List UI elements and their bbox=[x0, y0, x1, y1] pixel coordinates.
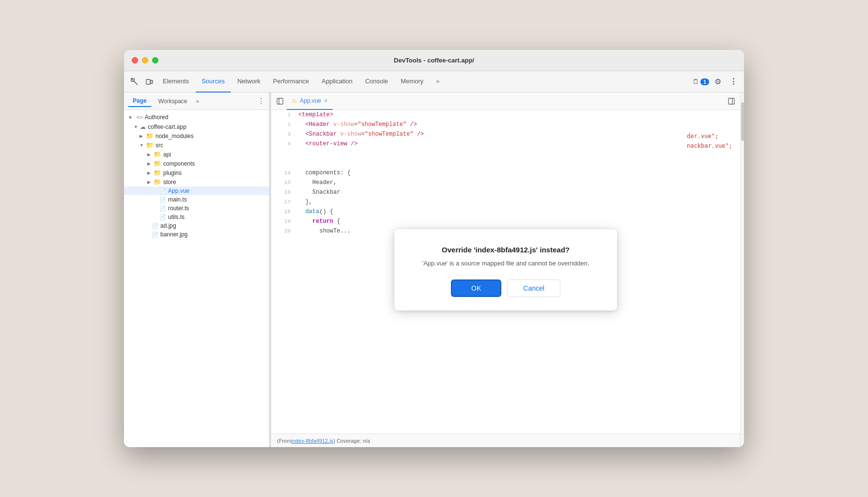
tab-console[interactable]: Console bbox=[359, 71, 394, 93]
folder-icon: 📁 bbox=[154, 151, 161, 158]
folder-icon: 📁 bbox=[154, 169, 161, 176]
sidebar-tab-page[interactable]: Page bbox=[128, 95, 152, 107]
dialog-title: Override 'index-8bfa4912.js' instead? bbox=[414, 245, 598, 255]
tree-item-src[interactable]: ▼ 📁 src bbox=[124, 140, 269, 150]
tree-item-label: node_modules bbox=[155, 133, 194, 140]
expand-arrow-icon: ▶ bbox=[140, 134, 144, 139]
tab-elements[interactable]: Elements bbox=[157, 71, 195, 93]
inspect-element-button[interactable] bbox=[128, 75, 141, 89]
close-button[interactable] bbox=[132, 57, 138, 63]
file-icon: 📄 bbox=[159, 188, 166, 194]
folder-icon: 📁 bbox=[146, 141, 154, 149]
expand-arrow-icon: ▼ bbox=[140, 143, 144, 148]
tree-item-app-vue[interactable]: 📄 App.vue bbox=[124, 186, 269, 195]
ok-button[interactable]: OK bbox=[451, 280, 501, 297]
device-icon bbox=[145, 78, 153, 86]
tree-item-label: utils.ts bbox=[168, 214, 185, 220]
vertical-scrollbar[interactable] bbox=[740, 93, 744, 447]
tab-network[interactable]: Network bbox=[232, 71, 266, 93]
toolbar-right: 🗒 1 ⚙ ⋮ bbox=[693, 75, 740, 89]
cancel-button[interactable]: Cancel bbox=[507, 280, 560, 297]
file-icon: 📄 bbox=[152, 232, 158, 238]
gear-icon: ⚙ bbox=[714, 77, 721, 86]
tree-item-banner-jpg[interactable]: 📄 banner.jpg bbox=[124, 230, 269, 239]
tree-item-api[interactable]: ▶ 📁 api bbox=[124, 150, 269, 159]
editor-area: ⚠ App.vue × 1 <template> bbox=[271, 93, 740, 447]
tree-item-main-ts[interactable]: 📄 main.ts bbox=[124, 195, 269, 204]
svg-rect-4 bbox=[151, 80, 153, 83]
tree-item-utils-ts[interactable]: 📄 utils.ts bbox=[124, 213, 269, 221]
more-options-button[interactable]: ⋮ bbox=[727, 75, 740, 89]
maximize-button[interactable] bbox=[152, 57, 158, 63]
settings-button[interactable]: ⚙ bbox=[711, 75, 725, 89]
folder-icon: 📁 bbox=[146, 132, 154, 140]
dialog-body: 'App.vue' is a source mapped file and ca… bbox=[414, 259, 598, 268]
file-icon: 📄 bbox=[159, 214, 166, 220]
tree-item-store[interactable]: ▶ 📁 store bbox=[124, 177, 269, 186]
console-icon: 🗒 bbox=[693, 78, 699, 85]
tab-application[interactable]: Application bbox=[316, 71, 358, 93]
sidebar-tab-workspace[interactable]: Workspace bbox=[154, 96, 192, 107]
tree-item-label: banner.jpg bbox=[160, 231, 187, 238]
authored-arrow-icon: ▼ bbox=[128, 115, 133, 120]
tree-item-label: store bbox=[163, 179, 176, 186]
dialog-buttons: OK Cancel bbox=[414, 280, 598, 297]
expand-arrow-icon: ▼ bbox=[134, 124, 139, 129]
scroll-thumb[interactable] bbox=[741, 102, 744, 141]
tree-item-label: plugins bbox=[163, 170, 182, 176]
devtools-window: DevTools - coffee-cart.app/ Elements Sou… bbox=[124, 50, 744, 447]
cloud-icon: ☁ bbox=[140, 124, 146, 130]
code-brackets-icon: <> bbox=[137, 114, 143, 120]
tree-item-node-modules[interactable]: ▶ 📁 node_modules bbox=[124, 131, 269, 140]
folder-icon: 📁 bbox=[154, 178, 161, 186]
tree-item-ad-jpg[interactable]: 📄 ad.jpg bbox=[124, 221, 269, 230]
tab-sources[interactable]: Sources bbox=[196, 71, 231, 93]
device-toggle-button[interactable] bbox=[142, 75, 156, 89]
more-tabs-button[interactable]: » bbox=[430, 71, 445, 93]
file-icon: 📄 bbox=[159, 205, 166, 212]
tree-item-label: api bbox=[163, 151, 171, 158]
tree-item-router-ts[interactable]: 📄 router.ts bbox=[124, 204, 269, 213]
sidebar-tabs: Page Workspace » ⋮ bbox=[124, 93, 269, 110]
expand-arrow-icon: ▶ bbox=[147, 152, 152, 157]
tree-item-label: coffee-cart.app bbox=[148, 124, 186, 130]
tree-item-label: router.ts bbox=[168, 205, 189, 212]
tree-item-components[interactable]: ▶ 📁 components bbox=[124, 159, 269, 168]
tree-item-plugins[interactable]: ▶ 📁 plugins bbox=[124, 168, 269, 177]
sidebar: Page Workspace » ⋮ ▼ <> Authored bbox=[124, 93, 269, 447]
main-content: Page Workspace » ⋮ ▼ <> Authored bbox=[124, 93, 744, 447]
console-count-badge: 1 bbox=[700, 78, 709, 85]
tree-item-coffee-cart[interactable]: ▼ ☁ coffee-cart.app bbox=[124, 123, 269, 131]
folder-icon: 📁 bbox=[154, 160, 161, 167]
expand-arrow-icon: ▶ bbox=[147, 180, 152, 185]
tab-memory[interactable]: Memory bbox=[395, 71, 429, 93]
svg-line-2 bbox=[134, 81, 138, 85]
inspect-icon bbox=[131, 78, 139, 86]
minimize-button[interactable] bbox=[142, 57, 148, 63]
tree-item-label: main.ts bbox=[168, 196, 187, 203]
authored-section-header[interactable]: ▼ <> Authored bbox=[124, 112, 269, 123]
override-dialog: Override 'index-8bfa4912.js' instead? 'A… bbox=[394, 229, 617, 311]
authored-label: Authored bbox=[145, 114, 169, 121]
svg-rect-3 bbox=[146, 79, 150, 84]
tree-item-label: src bbox=[155, 142, 163, 149]
titlebar: DevTools - coffee-cart.app/ bbox=[124, 50, 744, 71]
tree-item-label: components bbox=[163, 160, 195, 167]
file-icon: 📄 bbox=[159, 197, 166, 203]
kebab-icon: ⋮ bbox=[729, 77, 737, 86]
expand-arrow-icon: ▶ bbox=[147, 171, 152, 175]
sidebar-tree: ▼ <> Authored ▼ ☁ coffee-cart.app ▶ 📁 no… bbox=[124, 110, 269, 447]
tree-item-label: App.vue bbox=[168, 187, 189, 194]
window-title: DevTools - coffee-cart.app/ bbox=[394, 57, 474, 64]
tab-performance[interactable]: Performance bbox=[267, 71, 315, 93]
expand-arrow-icon: ▶ bbox=[147, 161, 152, 166]
dialog-overlay: Override 'index-8bfa4912.js' instead? 'A… bbox=[271, 93, 740, 447]
console-badge-btn[interactable]: 🗒 1 bbox=[693, 78, 709, 85]
tree-item-label: ad.jpg bbox=[160, 222, 176, 229]
sidebar-options-button[interactable]: ⋮ bbox=[257, 96, 265, 106]
sidebar-more-tabs[interactable]: » bbox=[194, 96, 202, 107]
main-toolbar: Elements Sources Network Performance App… bbox=[124, 71, 744, 93]
file-icon: 📄 bbox=[152, 223, 158, 229]
traffic-lights bbox=[132, 57, 158, 63]
